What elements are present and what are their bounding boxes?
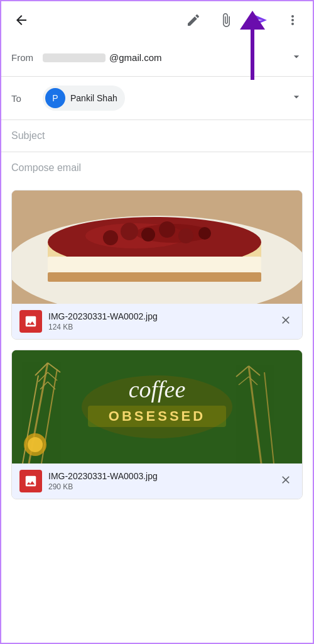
- attachment-details-1: IMG-20230331-WA0002.jpg 124 KB: [48, 311, 277, 331]
- attachment-size-1: 124 KB: [48, 323, 277, 331]
- close-icon-1: [279, 314, 292, 326]
- svg-point-10: [141, 228, 155, 242]
- attachment-info-2: IMG-20230331-WA0003.jpg 290 KB: [12, 464, 302, 499]
- coffee-preview: coffee OBSESSED: [12, 350, 302, 464]
- toolbar-left: [11, 10, 31, 30]
- coffee-svg: coffee OBSESSED: [12, 350, 302, 464]
- attachment-image-1: [12, 191, 302, 304]
- email-blur: [43, 53, 106, 62]
- chevron-down-icon-to: [290, 91, 303, 103]
- more-options-button[interactable]: [283, 10, 303, 30]
- avatar: P: [45, 88, 65, 108]
- send-button[interactable]: [249, 9, 270, 31]
- toolbar: [1, 1, 313, 39]
- attachment-image-2: coffee OBSESSED: [12, 350, 302, 464]
- subject-field-row[interactable]: Subject: [1, 120, 313, 152]
- to-label: To: [11, 93, 43, 104]
- attachment-filename-1: IMG-20230331-WA0002.jpg: [48, 311, 277, 321]
- cheesecake-preview: [12, 191, 302, 304]
- image-icon-1: [24, 314, 38, 328]
- subject-placeholder: Subject: [11, 130, 45, 141]
- from-field-content: @gmail.com: [43, 50, 303, 65]
- compose-placeholder: Compose email: [11, 162, 81, 173]
- svg-text:coffee: coffee: [129, 376, 186, 402]
- recipient-name: Pankil Shah: [70, 93, 117, 103]
- back-button[interactable]: [11, 10, 31, 30]
- svg-point-9: [121, 223, 138, 240]
- toolbar-right: [183, 9, 303, 31]
- email-suffix: @gmail.com: [109, 52, 162, 63]
- attachment-card-1: IMG-20230331-WA0002.jpg 124 KB: [11, 190, 303, 340]
- edit-icon: [186, 13, 201, 28]
- attachment-details-2: IMG-20230331-WA0003.jpg 290 KB: [48, 471, 277, 491]
- svg-point-37: [28, 437, 43, 452]
- chevron-down-icon: [290, 50, 303, 63]
- attachments-section: IMG-20230331-WA0002.jpg 124 KB: [1, 190, 313, 509]
- attachment-info-1: IMG-20230331-WA0002.jpg 124 KB: [12, 304, 302, 339]
- attachment-button[interactable]: [216, 10, 236, 30]
- attachment-filename-2: IMG-20230331-WA0003.jpg: [48, 471, 277, 481]
- attachment-card-2: coffee OBSESSED IMG-20230331-WA0003.jpg …: [11, 350, 303, 499]
- to-dropdown-arrow[interactable]: [290, 91, 303, 106]
- attachment-type-icon-1: [19, 310, 42, 333]
- attachment-type-icon-2: [19, 470, 42, 492]
- image-icon-2: [24, 474, 38, 488]
- attachment-icon: [219, 13, 234, 28]
- from-dropdown-arrow[interactable]: [290, 50, 303, 65]
- attachment-remove-2[interactable]: [277, 471, 295, 492]
- attachment-size-2: 290 KB: [48, 482, 277, 491]
- svg-point-13: [198, 227, 211, 240]
- more-icon: [285, 13, 300, 28]
- from-field-row: From @gmail.com: [1, 39, 313, 77]
- to-field-content: P Pankil Shah: [43, 86, 303, 111]
- from-label: From: [11, 52, 43, 63]
- back-icon: [14, 13, 29, 28]
- svg-rect-15: [48, 272, 261, 282]
- svg-point-12: [178, 228, 193, 243]
- from-email: @gmail.com: [43, 52, 162, 63]
- svg-point-8: [103, 230, 118, 245]
- compose-field-row[interactable]: Compose email: [1, 152, 313, 190]
- attachment-remove-1[interactable]: [277, 311, 295, 332]
- svg-text:OBSESSED: OBSESSED: [109, 408, 205, 424]
- svg-point-11: [159, 221, 175, 238]
- recipient-chip[interactable]: P Pankil Shah: [43, 86, 125, 111]
- to-field-row: To P Pankil Shah: [1, 77, 313, 120]
- close-icon-2: [279, 474, 292, 486]
- cheesecake-svg: [12, 191, 302, 304]
- send-icon: [251, 12, 268, 28]
- edit-button[interactable]: [183, 10, 203, 30]
